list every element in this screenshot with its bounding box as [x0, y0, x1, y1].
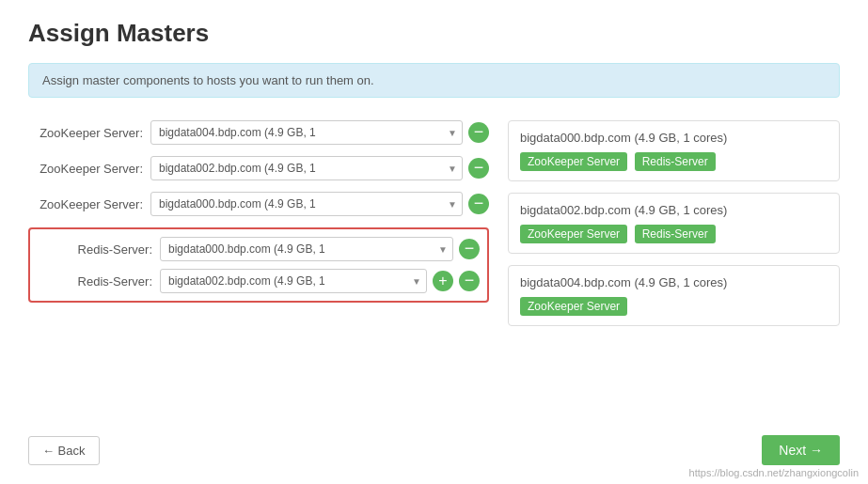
tag-redis: Redis-Server: [635, 152, 716, 171]
zookeeper-label-3: ZooKeeper Server:: [28, 197, 150, 211]
zookeeper-row-1: ZooKeeper Server: bigdata004.bdp.com (4.…: [28, 120, 489, 145]
tag-zookeeper-3: ZooKeeper Server: [520, 297, 627, 316]
footer: ← Back Next →: [28, 435, 840, 465]
tag-zookeeper: ZooKeeper Server: [520, 152, 627, 171]
watermark: https://blog.csdn.net/zhangxiongcolin: [689, 467, 859, 478]
zookeeper-label-2: ZooKeeper Server:: [28, 162, 150, 176]
zookeeper-remove-1[interactable]: −: [468, 122, 489, 143]
left-panel: ZooKeeper Server: bigdata004.bdp.com (4.…: [28, 120, 489, 337]
host-card-3-tags: ZooKeeper Server: [520, 297, 828, 316]
host-card-2: bigdata002.bdp.com (4.9 GB, 1 cores) Zoo…: [508, 193, 840, 254]
host-card-3-title: bigdata004.bdp.com (4.9 GB, 1 cores): [520, 275, 828, 289]
host-card-3: bigdata004.bdp.com (4.9 GB, 1 cores) Zoo…: [508, 265, 840, 326]
redis-remove-2[interactable]: −: [459, 271, 480, 291]
redis-group: Redis-Server: bigdata000.bdp.com (4.9 GB…: [28, 227, 489, 303]
zookeeper-select-wrapper-1: bigdata004.bdp.com (4.9 GB, 1 bigdata002…: [150, 120, 463, 145]
host-card-1: bigdata000.bdp.com (4.9 GB, 1 cores) Zoo…: [508, 120, 840, 181]
redis-remove-1[interactable]: −: [459, 239, 480, 259]
redis-label-2: Redis-Server:: [38, 274, 160, 289]
redis-select-wrapper-2: bigdata002.bdp.com (4.9 GB, 1 bigdata000…: [160, 269, 427, 293]
zookeeper-row-3: ZooKeeper Server: bigdata000.bdp.com (4.…: [28, 192, 489, 216]
tag-redis-2: Redis-Server: [635, 225, 716, 243]
back-button[interactable]: ← Back: [28, 436, 100, 465]
host-card-1-title: bigdata000.bdp.com (4.9 GB, 1 cores): [520, 131, 828, 145]
next-button[interactable]: Next →: [762, 435, 840, 465]
tag-zookeeper-2: ZooKeeper Server: [520, 225, 627, 243]
redis-select-wrapper-1: bigdata000.bdp.com (4.9 GB, 1 bigdata002…: [160, 237, 453, 261]
zookeeper-select-wrapper-3: bigdata000.bdp.com (4.9 GB, 1 bigdata004…: [150, 192, 463, 216]
zookeeper-row-2: ZooKeeper Server: bigdata002.bdp.com (4.…: [28, 156, 489, 180]
zookeeper-select-2[interactable]: bigdata002.bdp.com (4.9 GB, 1 bigdata004…: [150, 156, 463, 180]
host-card-2-tags: ZooKeeper Server Redis-Server: [520, 225, 828, 243]
redis-add-2[interactable]: +: [433, 271, 453, 291]
redis-row-2: Redis-Server: bigdata002.bdp.com (4.9 GB…: [38, 269, 480, 293]
redis-select-2[interactable]: bigdata002.bdp.com (4.9 GB, 1 bigdata000…: [160, 269, 427, 293]
redis-row-1: Redis-Server: bigdata000.bdp.com (4.9 GB…: [38, 237, 480, 261]
host-card-2-title: bigdata002.bdp.com (4.9 GB, 1 cores): [520, 203, 828, 217]
redis-select-1[interactable]: bigdata000.bdp.com (4.9 GB, 1 bigdata002…: [160, 237, 453, 261]
right-panel: bigdata000.bdp.com (4.9 GB, 1 cores) Zoo…: [508, 120, 840, 337]
page-title: Assign Masters: [28, 19, 840, 48]
zookeeper-select-3[interactable]: bigdata000.bdp.com (4.9 GB, 1 bigdata004…: [150, 192, 463, 216]
redis-label-1: Redis-Server:: [38, 242, 160, 257]
info-banner: Assign master components to hosts you wa…: [28, 63, 840, 98]
zookeeper-select-1[interactable]: bigdata004.bdp.com (4.9 GB, 1 bigdata002…: [150, 120, 463, 145]
zookeeper-remove-2[interactable]: −: [468, 158, 489, 179]
zookeeper-select-wrapper-2: bigdata002.bdp.com (4.9 GB, 1 bigdata004…: [150, 156, 463, 180]
zookeeper-remove-3[interactable]: −: [468, 194, 489, 214]
zookeeper-label-1: ZooKeeper Server:: [28, 126, 150, 140]
page-container: Assign Masters Assign master components …: [0, 0, 868, 484]
host-card-1-tags: ZooKeeper Server Redis-Server: [520, 152, 828, 171]
main-content: ZooKeeper Server: bigdata004.bdp.com (4.…: [28, 120, 840, 337]
